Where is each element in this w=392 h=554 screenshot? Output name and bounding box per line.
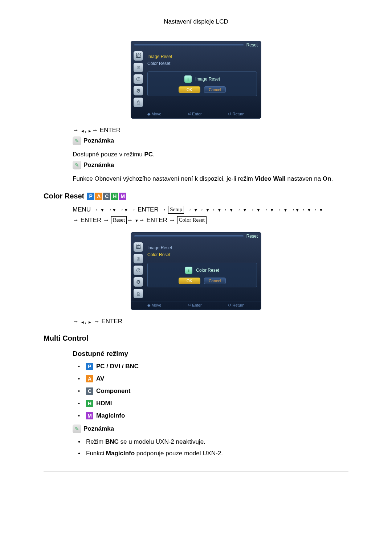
osd1-dialog-label: Image Reset [195,77,220,82]
osd-icon-picture: 🖼 [134,242,143,252]
footer-rule [44,472,348,472]
osd-image-reset: Reset 🖼 ⎚ ⏱ ⚙ ⎙ Image Reset Color Reset [44,41,348,119]
badge-a: A [95,193,102,200]
osd2-footer-move: ◆ Move [147,303,161,308]
osd2-footer-enter: ⏎ Enter [188,303,201,308]
color-reset-heading: Color Reset P A C H M [44,192,348,200]
osd-icon-multi: ⎙ [134,289,143,298]
menu-path: MENU → → → → ENTER → Setup → → → → → → →… [73,205,348,226]
note2-text: Funkce Obnovení výchozího nastavení není… [73,175,348,183]
info-icon: i [184,75,192,83]
osd2-item-1: Color Reset [147,251,257,258]
osd-icon-time: ⏱ [134,266,143,275]
osd1-cancel-button[interactable]: Cancel [204,86,226,93]
modes-heading: Dostupné režimy [73,350,348,358]
mode-note-1: Režim BNC se u modelu UXN-2 neaktivuje. [78,438,348,446]
pencil-icon: ✎ [73,136,81,145]
osd1-ok-button[interactable]: OK [179,86,200,93]
mode-notes-list: Režim BNC se u modelu UXN-2 neaktivuje. … [78,438,348,457]
modes-list: PPC / DVI / BNC AAV CComponent HHDMI MMa… [78,363,348,419]
osd1-footer-return: ↺ Return [228,112,244,116]
note-label-1: Poznámka [83,137,114,144]
note-label-3: Poznámka [83,425,114,432]
mode-item-m: MMagicInfo [78,412,348,419]
osd-icon-picture: 🖼 [134,51,143,61]
osd2-dialog-label: Color Reset [196,268,219,273]
mode-item-c: CComponent [78,387,348,395]
osd2-footer-return: ↺ Return [228,303,244,308]
mode-note-2: Funkci MagicInfo podporuje pouze model U… [78,450,348,457]
pencil-icon: ✎ [73,161,81,169]
badge-m: M [119,193,126,200]
note1-text: Dostupné pouze v režimu PC. [73,150,348,159]
osd1-title: Reset [246,42,258,48]
mode-item-h: HHDMI [78,400,348,407]
mode-badges: P A C H M [87,193,126,200]
osd-icon-input: ⎚ [134,63,143,72]
note-label-2: Poznámka [83,161,114,169]
osd1-item-0: Image Reset [147,53,257,60]
badge-c: C [103,193,110,200]
osd1-item-1: Color Reset [147,60,257,67]
osd-color-reset: Reset 🖼 ⎚ ⏱ ⚙ ⎙ Image Reset Color Reset [44,232,348,310]
osd-icon-setup: ⚙ [134,86,143,95]
osd1-footer-enter: ⏎ Enter [188,112,201,116]
osd-icon-time: ⏱ [134,74,143,84]
osd1-dialog: i Image Reset OK Cancel [147,71,257,96]
nav-line-1: → , → ENTER [73,127,348,134]
osd2-item-0: Image Reset [147,245,257,251]
osd1-footer-move: ◆ Move [147,112,161,116]
osd2-title: Reset [246,234,258,239]
osd-icon-multi: ⎙ [134,98,143,107]
pencil-icon: ✎ [73,424,81,433]
mode-item-a: AAV [78,375,348,382]
mode-item-p: PPC / DVI / BNC [78,363,348,370]
osd-icon-input: ⎚ [134,254,143,263]
osd2-dialog: i Color Reset OK Cancel [147,263,257,287]
nav-line-2: → , → ENTER [73,318,348,325]
info-icon: i [185,267,192,274]
badge-h: H [111,193,118,200]
multi-control-heading: Multi Control [44,334,348,342]
badge-p: P [87,193,94,200]
osd2-cancel-button[interactable]: Cancel [204,278,226,284]
page-title: Nastavení displeje LCD [44,18,348,30]
osd2-ok-button[interactable]: OK [179,278,200,284]
osd-icon-setup: ⚙ [134,277,143,287]
